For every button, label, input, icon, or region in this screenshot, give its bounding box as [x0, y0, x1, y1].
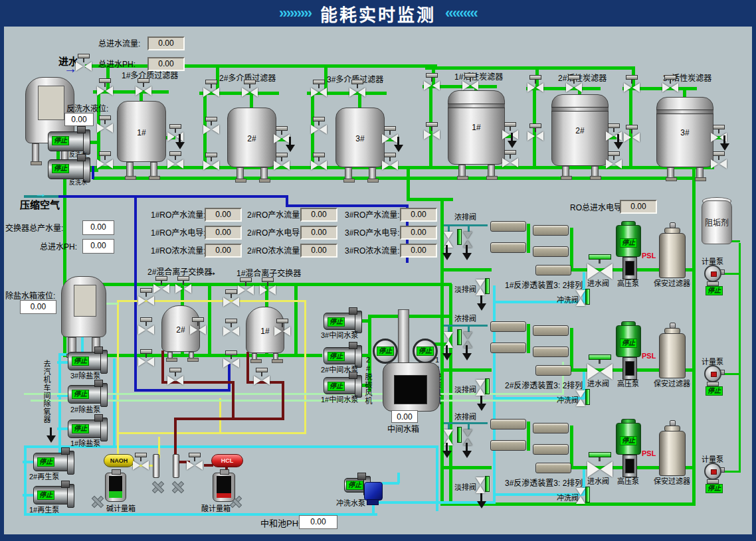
readout-value: 0.00 [147, 57, 185, 71]
hcl-tank: HCL [211, 454, 243, 467]
valve-icon[interactable] [167, 376, 183, 385]
valve-icon[interactable] [576, 488, 585, 504]
valve-icon[interactable] [606, 159, 622, 169]
valve-icon[interactable] [624, 133, 640, 142]
middle-pump[interactable]: 停止 [324, 313, 358, 330]
valve-icon[interactable] [260, 285, 276, 295]
ro-unit-label: 1#反渗透装置3: 2排列 [505, 281, 583, 291]
pipe [407, 168, 410, 200]
valve-icon[interactable] [662, 83, 678, 92]
flush-pump-housing[interactable] [364, 482, 383, 501]
filter-tank[interactable]: 2# [551, 94, 609, 166]
security-filter[interactable] [659, 333, 686, 378]
valve-icon[interactable] [223, 327, 239, 336]
flush-pump-base [367, 499, 379, 505]
valve-icon[interactable] [223, 358, 239, 368]
valve-icon[interactable] [527, 83, 543, 92]
alarm-label: PSL [642, 252, 656, 260]
inlet-valve-icon[interactable] [587, 264, 613, 279]
valve-icon[interactable] [274, 161, 290, 170]
valve-icon[interactable] [97, 159, 113, 169]
valve-icon[interactable] [274, 327, 290, 336]
regen-pump[interactable]: 停止 [33, 453, 70, 471]
valve-icon[interactable] [138, 325, 154, 335]
valve-icon[interactable] [624, 83, 640, 92]
valve-icon[interactable] [576, 290, 585, 306]
filter-tank[interactable]: 1# [448, 90, 505, 165]
valve-actuator [608, 123, 620, 128]
valve-icon[interactable] [187, 461, 203, 470]
inlet-valve-icon[interactable] [587, 364, 613, 380]
dosing-pump[interactable] [704, 463, 721, 480]
demin-pump[interactable]: 停止 [68, 385, 104, 404]
valve-icon[interactable] [382, 161, 398, 170]
valve-icon[interactable] [238, 285, 254, 295]
inlet-valve-icon[interactable] [587, 461, 613, 477]
propeller-valve-icon[interactable] [91, 495, 103, 507]
valve-icon[interactable] [311, 161, 327, 170]
valve-icon[interactable] [711, 159, 727, 169]
valve-icon[interactable] [175, 284, 191, 293]
valve-icon[interactable] [424, 130, 440, 139]
membrane-vessel [490, 419, 526, 429]
valve-icon[interactable] [138, 357, 154, 366]
filter-tank[interactable]: 3# [335, 108, 385, 167]
valve-icon[interactable] [203, 88, 219, 97]
tank-leg [189, 352, 194, 361]
valve-icon[interactable] [254, 376, 270, 385]
backwash-pump[interactable]: 停止 [48, 159, 86, 179]
dosing-pump[interactable] [704, 365, 721, 382]
readout-label: 总进水PH: [40, 243, 77, 252]
valve-icon[interactable] [476, 279, 485, 295]
valve-icon[interactable] [203, 161, 219, 170]
security-filter[interactable] [659, 431, 686, 476]
flush-pump-motor[interactable]: 停止 [344, 478, 367, 493]
valve-icon[interactable] [462, 81, 478, 90]
valve-icon[interactable] [223, 297, 239, 307]
valve-icon[interactable] [167, 159, 183, 169]
valve-icon[interactable] [576, 390, 585, 406]
valve-icon[interactable] [203, 125, 219, 134]
valve-indicator [585, 487, 590, 502]
valve-icon[interactable] [424, 81, 440, 90]
valve-icon[interactable] [97, 123, 113, 133]
pipe [368, 315, 450, 318]
valve-actuator [99, 78, 111, 83]
valve-icon[interactable] [476, 380, 485, 396]
valve-icon[interactable] [527, 131, 543, 141]
membrane-vessel [533, 225, 569, 236]
valve-icon[interactable] [566, 83, 582, 92]
inlet-valve-icon[interactable] [76, 62, 92, 71]
valve-icon[interactable] [138, 296, 154, 305]
filter-tank[interactable]: 1# [117, 101, 166, 162]
demin-pump[interactable]: 停止 [68, 352, 104, 370]
valve-icon[interactable] [476, 477, 485, 493]
valve-icon[interactable] [190, 325, 206, 335]
regen-pump[interactable]: 停止 [33, 486, 70, 504]
demin-pump[interactable]: 停止 [68, 420, 104, 438]
valve-icon[interactable] [349, 88, 365, 97]
valve-icon[interactable] [97, 86, 113, 96]
propeller-valve-icon[interactable] [151, 481, 163, 493]
propeller-valve-icon[interactable] [171, 481, 183, 493]
dosing-pump[interactable] [704, 265, 721, 282]
readout-value: 0.00 [82, 239, 114, 254]
valve-icon[interactable] [311, 88, 327, 97]
middle-pump[interactable]: 停止 [324, 377, 358, 394]
backwash-pump[interactable]: 停止 [48, 131, 86, 151]
valve-icon[interactable] [136, 86, 151, 96]
valve-icon[interactable] [311, 125, 327, 134]
pump-base [707, 479, 719, 484]
filter-label: 保安过滤器 [654, 380, 690, 388]
membrane-vessel [533, 347, 569, 357]
valve-icon[interactable] [242, 88, 258, 97]
security-filter[interactable] [659, 233, 686, 278]
filter-tank[interactable]: 2# [227, 108, 276, 167]
filter-tank[interactable]: 3# [656, 97, 713, 167]
valve-icon[interactable] [502, 158, 518, 167]
valve-actuator [225, 319, 237, 323]
middle-pump[interactable]: 停止 [324, 347, 358, 364]
valve-icon[interactable] [133, 461, 149, 470]
valve-actuator [313, 80, 325, 84]
valve-icon[interactable] [153, 284, 169, 293]
